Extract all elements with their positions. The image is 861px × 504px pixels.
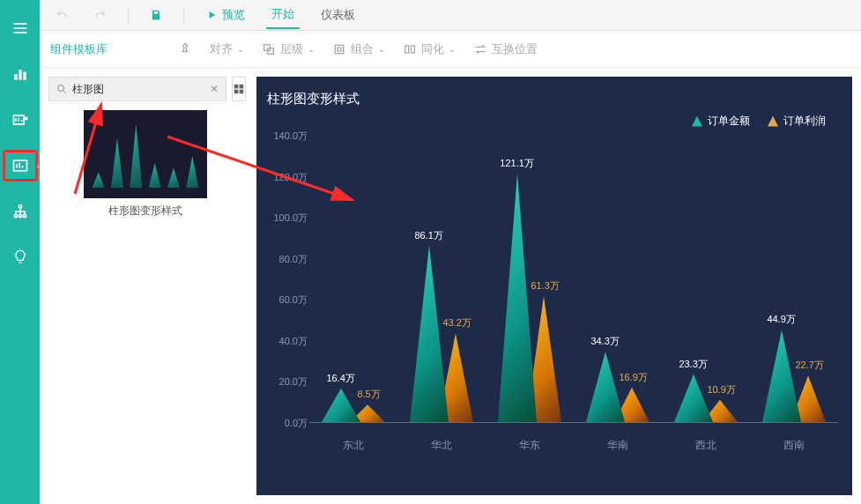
clear-search-icon[interactable]: ✕ (210, 83, 219, 95)
left-sidebar (0, 0, 40, 504)
x-tick-label: 西北 (671, 438, 741, 453)
x-tick-label: 华南 (583, 438, 653, 453)
svg-point-12 (23, 214, 26, 217)
chevron-down-icon: ⌄ (378, 44, 385, 54)
svg-rect-17 (405, 46, 409, 53)
chart-title: 柱形图变形样式 (267, 91, 838, 107)
main-area: 预览 开始 仪表板 组件模板库 对齐⌄ 层级⌄ 组合⌄ (40, 0, 861, 504)
preview-label: 预览 (222, 7, 245, 23)
group-label: 组合 (351, 41, 374, 57)
swap-button[interactable]: 互换位置 (473, 41, 538, 57)
svg-rect-20 (234, 85, 239, 89)
redo-button[interactable] (89, 5, 112, 25)
save-button[interactable] (145, 5, 167, 25)
bar-value-label: 22.7万 (795, 359, 823, 372)
svg-point-11 (19, 214, 21, 217)
bar-series-1 (586, 352, 625, 422)
bar-value-label: 44.9万 (767, 313, 795, 326)
panel-title: 组件模板库 (50, 41, 108, 57)
thumbnail-title: 柱形图变形样式 (108, 204, 182, 219)
preview-button[interactable]: 预览 (200, 4, 250, 26)
sidebar-menu-icon[interactable] (10, 18, 31, 39)
align-button[interactable]: 对齐⌄ (210, 41, 244, 57)
bar-group: 23.3万10.9万 (671, 374, 741, 422)
bar-value-label: 43.2万 (442, 316, 471, 330)
bar-series-1 (410, 246, 449, 422)
legend-triangle-icon (692, 116, 702, 127)
svg-rect-18 (411, 46, 414, 53)
y-axis: 0.0万20.0万40.0万60.0万80.0万100.0万120.0万140.… (263, 136, 308, 423)
template-thumbnail[interactable]: 柱形图变形样式 (48, 110, 242, 219)
bar-series-1 (674, 374, 713, 422)
x-tick-label: 华东 (494, 438, 565, 453)
bar-group: 34.3万16.9万 (583, 352, 653, 422)
topbar-primary: 预览 开始 仪表板 (40, 0, 861, 31)
sidebar-chart-person-icon[interactable] (10, 109, 31, 130)
x-tick-label: 华北 (406, 438, 477, 453)
search-box[interactable]: ✕ (48, 77, 226, 101)
layer-button[interactable]: 层级⌄ (262, 41, 315, 57)
group-button[interactable]: 组合⌄ (332, 41, 385, 57)
y-tick-label: 80.0万 (263, 252, 308, 265)
bar-value-label: 10.9万 (707, 383, 735, 397)
chart-container: 柱形图变形样式 订单金额 订单利润 0.0万20.0万40.0万60.0万80.… (256, 77, 852, 495)
legend-label: 订单金额 (708, 114, 750, 129)
bar-value-label: 86.1万 (414, 229, 442, 242)
equalize-button[interactable]: 同化⌄ (403, 41, 456, 57)
sidebar-chart-icon[interactable] (10, 63, 31, 85)
sidebar-template-icon[interactable] (10, 155, 31, 176)
align-label: 对齐 (210, 41, 233, 57)
undo-button[interactable] (50, 5, 73, 25)
bar-value-label: 34.3万 (590, 335, 619, 348)
sidebar-hierarchy-icon[interactable] (10, 201, 31, 222)
svg-point-7 (25, 117, 26, 120)
y-tick-label: 40.0万 (263, 334, 308, 347)
bar-value-label: 61.3万 (531, 279, 559, 293)
bar-group: 16.4万8.5万 (318, 389, 389, 422)
legend-label: 订单利润 (783, 114, 826, 129)
thumbnail-preview (84, 110, 207, 198)
bar-group: 86.1万43.2万 (406, 246, 477, 422)
bar-series-1 (322, 389, 360, 422)
bar-group: 44.9万22.7万 (759, 330, 829, 422)
sidebar-lightbulb-icon[interactable] (10, 247, 31, 268)
legend-triangle-icon (768, 116, 778, 127)
svg-rect-16 (338, 48, 341, 51)
svg-rect-21 (240, 85, 244, 89)
x-tick-label: 东北 (318, 438, 389, 453)
template-panel: ✕ (48, 77, 242, 495)
search-input[interactable] (72, 83, 204, 95)
svg-point-9 (19, 205, 21, 208)
x-tick-label: 西南 (759, 438, 829, 453)
plot-area: 0.0万20.0万40.0万60.0万80.0万100.0万120.0万140.… (309, 136, 838, 453)
chart-legend: 订单金额 订单利润 (692, 114, 826, 129)
bar-series-1 (762, 330, 801, 422)
topbar-secondary: 组件模板库 对齐⌄ 层级⌄ 组合⌄ 同化⌄ 互换位置 (40, 31, 861, 68)
svg-rect-5 (23, 72, 26, 80)
svg-rect-22 (234, 90, 239, 94)
bar-series-1 (498, 174, 537, 422)
x-axis: 东北华北华东华南西北西南 (309, 438, 838, 453)
svg-point-19 (58, 85, 64, 92)
y-tick-label: 0.0万 (263, 417, 308, 430)
y-tick-label: 120.0万 (263, 170, 308, 183)
layer-label: 层级 (280, 41, 303, 57)
search-icon (56, 84, 67, 94)
bars-area: 16.4万8.5万86.1万43.2万121.1万61.3万34.3万16.9万… (309, 136, 838, 423)
y-tick-label: 20.0万 (263, 375, 308, 389)
svg-rect-3 (14, 74, 17, 80)
y-tick-label: 60.0万 (263, 293, 308, 307)
pin-button[interactable] (178, 42, 192, 56)
dashboard-tab[interactable]: 仪表板 (315, 4, 360, 26)
start-tab[interactable]: 开始 (266, 3, 300, 29)
bar-value-label: 121.1万 (500, 157, 534, 170)
equalize-label: 同化 (421, 41, 444, 57)
chevron-down-icon: ⌄ (308, 44, 315, 54)
chevron-down-icon: ⌄ (237, 44, 244, 54)
bar-value-label: 16.9万 (619, 371, 647, 384)
chevron-down-icon: ⌄ (449, 44, 456, 54)
grid-view-button[interactable] (232, 77, 246, 101)
separator (183, 7, 184, 23)
y-tick-label: 140.0万 (263, 130, 308, 143)
svg-point-10 (14, 214, 17, 217)
